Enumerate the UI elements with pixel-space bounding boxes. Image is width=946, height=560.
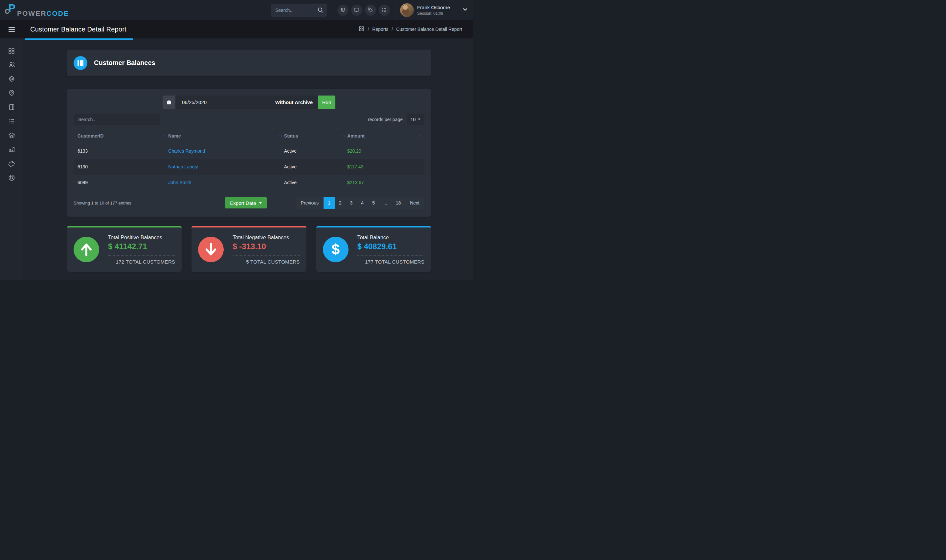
sidebar-item-bar-chart-icon[interactable] xyxy=(4,143,19,157)
divider xyxy=(233,255,300,256)
total-balance-card: $ Total Balance $ 40829.61 177 TOTAL CUS… xyxy=(316,226,431,272)
column-header-name[interactable]: Name ↑↓ xyxy=(168,133,284,138)
logo-text: POWERCODE xyxy=(17,9,69,17)
sort-icon[interactable]: ↑↓ xyxy=(342,134,345,138)
chevron-down-icon xyxy=(259,202,262,204)
pagination-page-1[interactable]: 1 xyxy=(324,197,335,209)
calendar-icon[interactable] xyxy=(163,95,176,109)
topbar-icon-group xyxy=(332,0,396,20)
summary-title: Total Balance xyxy=(357,235,389,241)
table-row: 6133 Charles Raymond Active $20.29 xyxy=(74,143,424,159)
users-icon[interactable] xyxy=(337,5,348,16)
showing-entries-text: Showing 1 to 10 of 177 entries xyxy=(74,200,225,206)
summary-title: Total Negative Balances xyxy=(233,235,289,241)
sort-icon[interactable]: ↑↓ xyxy=(279,134,282,138)
pagination-next[interactable]: Next xyxy=(405,197,424,209)
summary-value: $ 41142.71 xyxy=(108,242,147,251)
user-name: Frank Osborne xyxy=(417,5,450,10)
sidebar-item-notebook-icon[interactable] xyxy=(4,100,19,114)
divider xyxy=(108,255,175,256)
dollar-sign-icon: $ xyxy=(323,237,348,262)
total-positive-balances-card: Total Positive Balances $ 41142.71 172 T… xyxy=(67,226,182,272)
table-row: 6130 Nathan Langly Active $117.43 xyxy=(74,159,424,175)
user-menu[interactable]: Frank Osborne Session: 01:08 xyxy=(400,3,450,17)
sidebar-item-dashboard-grid-icon[interactable] xyxy=(4,44,19,58)
archive-mode-label: Without Archive xyxy=(275,100,318,105)
global-search xyxy=(271,4,327,17)
dashboard-grid-icon[interactable] xyxy=(359,26,364,32)
divider xyxy=(357,255,424,256)
sort-icon[interactable]: ↑↓ xyxy=(163,134,166,138)
sidebar-item-users-icon[interactable] xyxy=(4,58,19,72)
date-filter-group: 06/25/2020 Without Archive Run xyxy=(163,95,335,109)
breadcrumb-reports[interactable]: Reports xyxy=(372,26,388,32)
cell-amount: $117.43 xyxy=(347,164,424,169)
summary-customers: 5 TOTAL CUSTOMERS xyxy=(246,259,300,265)
cell-status: Active xyxy=(284,148,347,154)
table-controls-row: records per page 10 xyxy=(74,114,424,125)
powercode-logo[interactable]: c P POWERCODE xyxy=(0,3,69,17)
cell-status: Active xyxy=(284,164,347,169)
sort-icon[interactable]: ↑↓ xyxy=(419,134,422,138)
pagination-page-18[interactable]: 18 xyxy=(391,197,405,209)
report-table-card: 06/25/2020 Without Archive Run records p… xyxy=(67,89,431,217)
sidebar-item-location-pin-icon[interactable] xyxy=(4,86,19,100)
run-button[interactable]: Run xyxy=(318,95,335,109)
cell-customerid: 6099 xyxy=(74,180,168,185)
logo-mark-icon: c P xyxy=(5,3,16,16)
tag-icon[interactable] xyxy=(365,5,376,16)
sidebar-item-tag-icon[interactable] xyxy=(4,157,19,171)
pagination-page-5[interactable]: 5 xyxy=(368,197,379,209)
main-content: Customer Balances 06/25/2020 Without Arc… xyxy=(24,40,473,280)
total-negative-balances-card: Total Negative Balances $ -313.10 5 TOTA… xyxy=(191,226,306,272)
pagination: Previous 1 2 3 4 5 ... 18 Next xyxy=(296,197,425,209)
customer-link[interactable]: John Smith xyxy=(168,180,191,185)
column-header-customerid[interactable]: CustomerID ↑↓ xyxy=(74,133,168,138)
pagination-page-2[interactable]: 2 xyxy=(335,197,346,209)
table-header-row: CustomerID ↑↓ Name ↑↓ Status ↑↓ Amount ↑… xyxy=(74,128,424,143)
customer-link[interactable]: Nathan Langly xyxy=(168,164,198,169)
arrow-up-icon xyxy=(74,237,99,262)
summary-value: $ -313.10 xyxy=(233,242,266,251)
pagination-page-4[interactable]: 4 xyxy=(357,197,368,209)
summary-title: Total Positive Balances xyxy=(108,235,162,241)
user-session: Session: 01:08 xyxy=(417,11,450,16)
summary-value: $ 40829.61 xyxy=(357,242,397,251)
checklist-icon[interactable] xyxy=(379,5,390,16)
filter-row: 06/25/2020 Without Archive Run xyxy=(74,95,424,109)
topbar: c P POWERCODE xyxy=(0,0,473,20)
breadcrumb-current: Customer Balance Detail Report xyxy=(396,26,462,32)
pagination-page-3[interactable]: 3 xyxy=(346,197,357,209)
customer-table: CustomerID ↑↓ Name ↑↓ Status ↑↓ Amount ↑… xyxy=(74,128,424,191)
records-per-page-label: records per page xyxy=(368,117,403,122)
title-accent-underline xyxy=(25,38,133,40)
pagination-ellipsis: ... xyxy=(379,197,391,209)
table-icon xyxy=(74,56,87,70)
cell-amount: $213.67 xyxy=(347,180,424,185)
cell-status: Active xyxy=(284,180,347,185)
records-per-page-select[interactable]: 10 xyxy=(407,114,424,125)
hamburger-menu-icon[interactable] xyxy=(0,26,23,33)
sidebar-item-life-ring-icon[interactable] xyxy=(4,171,19,185)
column-header-status[interactable]: Status ↑↓ xyxy=(284,133,347,138)
arrow-down-icon xyxy=(198,237,224,262)
column-header-amount[interactable]: Amount ↑↓ xyxy=(347,133,424,138)
sidebar-item-layers-icon[interactable] xyxy=(4,128,19,143)
chevron-down-icon[interactable] xyxy=(462,7,468,14)
search-icon[interactable] xyxy=(317,7,324,15)
summary-cards-row: Total Positive Balances $ 41142.71 172 T… xyxy=(67,226,431,272)
monitor-icon[interactable] xyxy=(351,5,362,16)
customer-link[interactable]: Charles Raymond xyxy=(168,148,205,154)
table-search-input[interactable] xyxy=(74,114,160,125)
cell-customerid: 6133 xyxy=(74,148,168,154)
cell-customerid: 6130 xyxy=(74,164,168,169)
sidebar-item-list-icon[interactable] xyxy=(4,114,19,128)
table-footer: Showing 1 to 10 of 177 entries Export Da… xyxy=(74,197,424,210)
export-data-button[interactable]: Export Data xyxy=(225,197,267,208)
date-input[interactable]: 06/25/2020 xyxy=(176,100,275,105)
avatar[interactable] xyxy=(400,3,414,17)
records-per-page: records per page 10 xyxy=(368,114,424,125)
page-title: Customer Balance Detail Report xyxy=(30,26,126,33)
pagination-previous[interactable]: Previous xyxy=(296,197,324,209)
sidebar-item-settings-gear-icon[interactable] xyxy=(4,72,19,86)
